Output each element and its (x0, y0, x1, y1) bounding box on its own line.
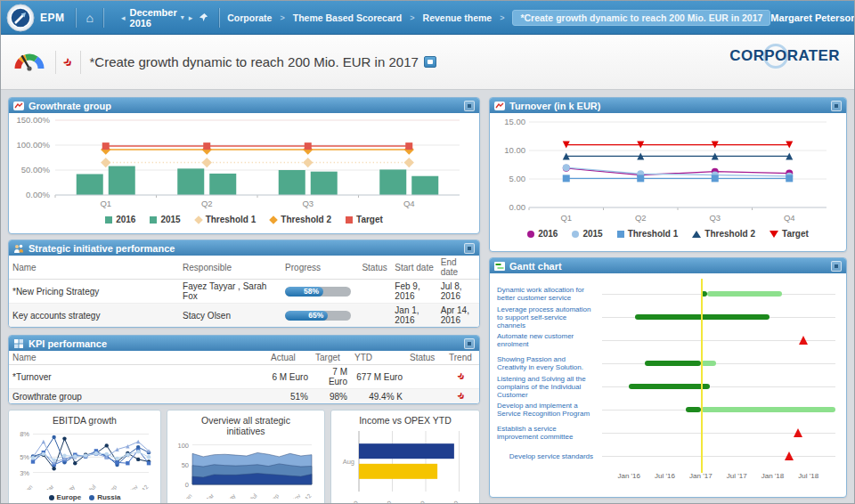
gantt-bar[interactable] (701, 407, 835, 412)
turnover-legend-item: 2015 (572, 229, 602, 239)
gantt-bar[interactable] (686, 407, 701, 412)
gantt-axis-label: Jul '16 (655, 472, 675, 480)
panel-title: KPI performance (28, 338, 107, 349)
table-row[interactable]: Growthrate group51%98%49.4% K» (9, 389, 479, 404)
kpi-ytd: 677 M Euro (351, 365, 406, 389)
panel-title: Strategic initiative performance (28, 243, 175, 254)
dashboard-content: Growthrate group 0.00%50.00%100.00%150.0… (1, 90, 854, 504)
svg-text:10.00: 10.00 (504, 145, 525, 155)
column-header: Progress (281, 256, 358, 280)
gantt-gridline (602, 456, 835, 457)
circle-marker-icon (527, 231, 534, 238)
panel-gantt-header[interactable]: Gantt chart (490, 258, 846, 273)
gantt-task-label: Showing Passion and Creativity in every … (497, 352, 602, 375)
svg-text:Q3: Q3 (709, 213, 721, 223)
status-cell (406, 389, 445, 404)
home-icon[interactable]: ⌂ (86, 12, 94, 24)
breadcrumb-item[interactable]: *Create growth dynamic to reach 200 Mio.… (512, 10, 770, 26)
gantt-axis-label: Jan '17 (689, 472, 712, 480)
status-cell (358, 304, 391, 328)
collapse-icon[interactable] (831, 101, 842, 111)
column-header: Actual (267, 351, 312, 365)
panel-strategic: Strategic initiative performance NameRes… (8, 240, 480, 328)
turnover-chart-svg: 0.005.0010.0015.00Q1Q2Q3Q4 (490, 113, 839, 225)
panel-turnover: Turnover (in k EUR) 0.005.0010.0015.00Q1… (489, 97, 847, 252)
legend-label: 2016 (116, 215, 135, 224)
status-cell (406, 365, 445, 389)
gantt-task-label: Automate new customer enrolment (497, 329, 602, 352)
panel-growthrate-header[interactable]: Growthrate group (9, 98, 479, 113)
kpi-name: *Turnover (9, 365, 267, 389)
gantt-task-label: Listening and Solving all the complains … (497, 375, 602, 398)
breadcrumb-item[interactable]: Theme Based Scorecard (293, 12, 403, 23)
gantt-task-label-text: Develop service standards (509, 452, 602, 460)
svg-text:15.00: 15.00 (504, 117, 525, 126)
column-header: Responsible (179, 256, 281, 280)
table-row[interactable]: *New Pricing StrategyFayez Tayyar , Sara… (9, 280, 479, 304)
triangle-up-marker-icon (692, 231, 701, 238)
initiative-name: Key accounts strategy (9, 304, 179, 328)
legend-label: Threshold 2 (281, 215, 331, 224)
next-period-icon[interactable]: ▸ (189, 13, 193, 22)
page-title: *Create growth dynamic to reach 200 Mio.… (89, 54, 418, 69)
column-header: Name (9, 256, 179, 280)
panel-title: Growthrate group (28, 101, 111, 111)
column-header: Status (358, 256, 391, 280)
prev-period-icon[interactable]: ◂ (121, 13, 126, 22)
panel-strategic-header[interactable]: Strategic initiative performance (9, 240, 479, 256)
svg-text:0.00%: 0.00% (26, 190, 50, 199)
note-icon[interactable] (424, 56, 436, 68)
panel-title: Gantt chart (509, 261, 562, 272)
gantt-milestone-icon[interactable] (799, 336, 808, 345)
gauge-icon (12, 48, 47, 76)
growthrate-legend-item: 2015 (150, 215, 180, 224)
pin-icon[interactable] (199, 10, 208, 26)
kpi-actual: 51% (267, 389, 312, 404)
gantt-body: Dynamic work allocation for better custo… (490, 273, 846, 467)
breadcrumb-item[interactable]: Corporate (227, 12, 272, 23)
svg-text:100: 100 (177, 442, 189, 450)
collapse-icon[interactable] (831, 261, 842, 272)
user-menu[interactable]: Margaret Peterson ▾ (770, 12, 855, 23)
people-icon (13, 243, 24, 254)
table-row[interactable]: *Turnover6 M Euro7 M Euro677 M Euro» (9, 365, 479, 389)
growthrate-legend-item: Threshold 2 (270, 215, 331, 224)
table-row[interactable]: Key accounts strategyStacy Olsen65%Jan 1… (9, 304, 479, 328)
svg-text:50.00%: 50.00% (21, 165, 51, 175)
epm-logo-icon[interactable] (6, 4, 35, 32)
panel-kpi-header[interactable]: KPI performance (9, 336, 479, 351)
period-caret-icon[interactable]: ▾ (181, 13, 184, 21)
period-selector[interactable]: December 2016 (130, 7, 177, 28)
legend-label: Threshold 1 (628, 229, 679, 239)
gantt-bar[interactable] (701, 361, 716, 366)
gantt-milestone-icon[interactable] (785, 451, 794, 460)
breadcrumb-item[interactable]: Revenue theme (423, 12, 493, 23)
gantt-bar[interactable] (645, 361, 701, 366)
collapse-icon[interactable] (464, 338, 475, 349)
growthrate-legend-item: 2016 (105, 215, 135, 224)
trend-down-icon: » (457, 390, 468, 402)
gantt-milestone-icon[interactable] (794, 428, 802, 437)
gantt-bar[interactable] (629, 384, 710, 389)
card-overview: Overview all strategic initiatives 05010… (167, 410, 325, 504)
gantt-bar[interactable] (707, 291, 782, 297)
user-name: Margaret Peterson (770, 12, 855, 23)
initiative-name: *New Pricing Strategy (9, 280, 179, 304)
overview-chart-svg: 050100JanMarMayJulSepNov12 (171, 436, 321, 499)
gantt-task-label-text: Establish a service improvement committe… (497, 425, 602, 441)
column-header: Name (9, 351, 267, 365)
ebitda-legend: EuropeRussiaAfrica & Middle EastSouth Am… (9, 493, 160, 504)
progress-cell: 65% (281, 304, 358, 328)
diamond-marker-icon (194, 215, 203, 224)
svg-text:Mar: Mar (203, 492, 215, 499)
corporater-logo: CORPORATER (729, 47, 840, 65)
collapse-icon[interactable] (464, 101, 475, 111)
svg-text:Jul: Jul (87, 484, 97, 490)
panel-turnover-header[interactable]: Turnover (in k EUR) (490, 98, 846, 113)
turnover-legend-item: 2016 (527, 229, 558, 239)
collapse-icon[interactable] (464, 243, 475, 254)
page-header: » *Create growth dynamic to reach 200 Mi… (1, 35, 854, 90)
circle-marker-icon (572, 231, 579, 238)
gantt-axis-label: Jul '18 (798, 472, 818, 480)
svg-text:5%: 5% (20, 453, 29, 461)
